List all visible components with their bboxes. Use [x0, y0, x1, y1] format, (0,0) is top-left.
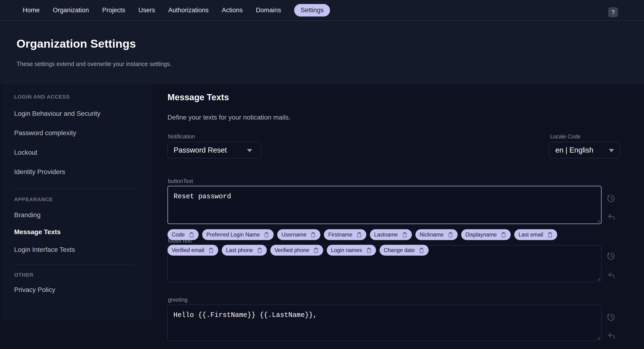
nav-item-authorizations[interactable]: Authorizations [168, 6, 208, 14]
chip-label: Lastname [374, 232, 398, 238]
greeting-label: greeting [168, 297, 188, 303]
nav-item-projects[interactable]: Projects [102, 6, 125, 14]
clipboard-icon [312, 247, 319, 254]
history-icon[interactable] [606, 193, 616, 203]
page-header: Organization Settings These settings ext… [0, 21, 644, 84]
sidebar-item-privacy-policy[interactable]: Privacy Policy [14, 286, 55, 294]
buttontext-field: Reset password [168, 186, 602, 224]
nav-item-domains[interactable]: Domains [256, 6, 281, 14]
clipboard-icon [263, 232, 270, 238]
nav-item-users[interactable]: Users [138, 6, 155, 14]
sidebar-divider [14, 265, 135, 265]
caret-down-icon [247, 149, 252, 152]
top-navigation: Home Organization Projects Users Authori… [0, 0, 644, 21]
chip-lastname[interactable]: Lastname [370, 229, 412, 240]
locale-code-label: Locale Code [550, 133, 580, 140]
clipboard-icon [500, 232, 506, 238]
chip-last-phone[interactable]: Last phone [222, 245, 267, 256]
locale-select[interactable]: en | English [549, 142, 620, 158]
chip-label: Login names [331, 247, 362, 254]
chip-verified-phone[interactable]: Verified phone [270, 245, 323, 256]
sidebar-item-lockout[interactable]: Lockout [14, 149, 37, 156]
chip-label: Last phone [226, 247, 253, 254]
page-title: Organization Settings [16, 37, 136, 50]
chip-preferred-login-name[interactable]: Preferred Login Name [202, 229, 274, 240]
chip-displayname[interactable]: Displayname [461, 229, 511, 240]
greeting-textarea[interactable]: Hello {{.FirstName}} {{.LastName}}, [168, 305, 601, 341]
variable-chip-row-2: Verified email Last phone Verified phone… [168, 245, 429, 256]
help-button[interactable]: ? [608, 7, 618, 17]
clipboard-icon [546, 232, 553, 238]
nav-item-home[interactable]: Home [23, 6, 40, 14]
sidebar-item-message-texts-active[interactable]: Message Texts [14, 228, 61, 236]
chip-login-names[interactable]: Login names [327, 245, 376, 256]
clipboard-icon [208, 247, 214, 254]
locale-select-value: en | English [550, 146, 593, 154]
chip-label: Nickname [420, 232, 444, 238]
chip-label: Preferred Login Name [206, 232, 260, 238]
buttontext-textarea[interactable]: Reset password [168, 186, 601, 224]
buttontext-label: buttonText [168, 178, 193, 184]
sidebar-item-login-behaviour[interactable]: Login Behaviour and Security [14, 110, 100, 117]
chip-firstname[interactable]: Firstname [324, 229, 366, 240]
chip-label: Displayname [466, 232, 497, 238]
clipboard-icon [447, 232, 454, 238]
chip-change-date[interactable]: Change date [380, 245, 429, 256]
chip-nickname[interactable]: Nickname [416, 229, 458, 240]
greeting-field: Hello {{.FirstName}} {{.LastName}}, [168, 305, 602, 341]
chip-label: Username [282, 232, 306, 238]
clipboard-icon [310, 232, 316, 238]
chip-label: Last email [518, 232, 543, 238]
sidebar-item-identity-providers[interactable]: Identity Providers [14, 168, 65, 176]
section-title: Message Texts [168, 92, 229, 102]
nav-item-organization[interactable]: Organization [53, 6, 89, 14]
undo-icon[interactable] [606, 212, 616, 222]
chip-last-email[interactable]: Last email [514, 229, 557, 240]
section-subtitle: Define your texts for your notication ma… [168, 114, 290, 121]
clipboard-icon [401, 232, 408, 238]
sidebar-item-login-interface-texts[interactable]: Login Interface Texts [14, 246, 75, 254]
clipboard-icon [188, 232, 194, 238]
sidebar-item-branding[interactable]: Branding [14, 211, 40, 219]
clipboard-icon [366, 247, 372, 254]
caret-down-icon [609, 149, 614, 152]
chip-verified-email[interactable]: Verified email [168, 245, 218, 256]
history-icon[interactable] [606, 251, 616, 261]
notification-label: Notification [168, 133, 195, 140]
sidebar-heading-appearance: APPEARANCE [14, 196, 53, 203]
question-mark-icon: ? [612, 9, 615, 16]
chip-label: Verified phone [274, 247, 309, 254]
chip-code[interactable]: Code [168, 229, 199, 240]
chip-label: Code [172, 232, 185, 238]
nav-item-actions[interactable]: Actions [222, 6, 243, 14]
notification-select-value: Password Reset [168, 146, 227, 154]
clipboard-icon [418, 247, 424, 254]
nav-item-settings-active[interactable]: Settings [294, 4, 330, 16]
variable-chip-row-1: Code Preferred Login Name Username First… [168, 229, 557, 240]
notification-select[interactable]: Password Reset [168, 142, 261, 158]
chip-label: Firstname [328, 232, 352, 238]
organization-settings-page: Home Organization Projects Users Authori… [0, 0, 644, 349]
undo-icon[interactable] [606, 271, 616, 280]
undo-icon[interactable] [606, 331, 616, 341]
sidebar-heading-login-and-access: LOGIN AND ACCESS [14, 94, 70, 100]
chip-username[interactable]: Username [277, 229, 320, 240]
sidebar-divider [14, 189, 135, 189]
sidebar-heading-other: OTHER [14, 272, 34, 278]
chip-label: Change date [384, 247, 415, 254]
history-icon[interactable] [606, 312, 616, 322]
page-subtitle: These settings extend and overwrite your… [16, 61, 172, 67]
clipboard-icon [356, 232, 362, 238]
sidebar-item-password-complexity[interactable]: Password complexity [14, 129, 76, 137]
chip-label: Verified email [172, 247, 204, 254]
clipboard-icon [256, 247, 262, 254]
